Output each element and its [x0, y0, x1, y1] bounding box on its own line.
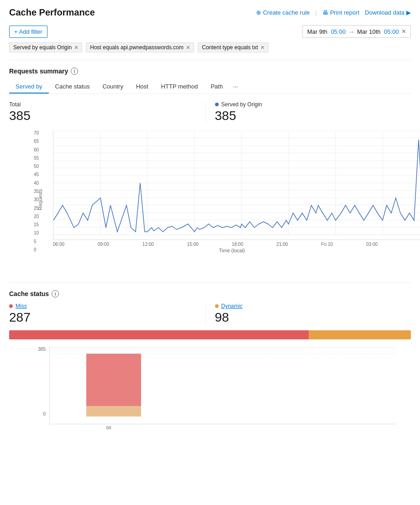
miss-stat: Miss 287: [9, 303, 205, 325]
date-to: Mar 10th 05:00: [357, 28, 399, 35]
requests-line-chart: [53, 130, 420, 240]
filter-tag-remove-button[interactable]: ×: [186, 44, 190, 51]
cache-stacked-bar: [9, 330, 411, 339]
filter-tag-remove-button[interactable]: ×: [261, 44, 264, 51]
cache-bar-chart-wrapper: 0 385 txt: [27, 347, 411, 430]
date-arrow-icon: →: [348, 28, 354, 35]
tab-path[interactable]: Path: [204, 80, 229, 94]
date-from: Mar 9th 05:00: [307, 28, 346, 35]
cache-stats-row: Miss 287 Dynamic 98: [9, 303, 411, 325]
filter-tag-host: Host equals api.pwnedpasswords.com ×: [86, 42, 194, 52]
filter-tag-served-by: Served by equals Origin ×: [9, 42, 82, 52]
tab-host[interactable]: Host: [130, 80, 155, 94]
download-data-link[interactable]: Download data ▶: [365, 9, 411, 16]
x-axis-labels: 06:00 09:00 12:00 15:00 18:00 21:00 Fri …: [53, 240, 411, 247]
filter-left: + Add filter: [9, 26, 47, 38]
cache-status-divider: [9, 282, 411, 283]
miss-value: 287: [9, 310, 196, 325]
page-header: Cache Performance ⊕ Create cache rule | …: [9, 7, 411, 18]
series-stat: Served by Origin 385: [205, 101, 411, 123]
requests-summary-title: Requests summary i: [9, 68, 411, 75]
dynamic-label: Dynamic: [215, 303, 402, 309]
filter-tag-remove-button[interactable]: ×: [74, 44, 78, 51]
miss-bar: [86, 354, 141, 406]
date-range-picker[interactable]: Mar 9th 05:00 → Mar 10th 05:00 ×: [302, 25, 411, 38]
requests-chart-wrapper: Requests 0 5 10 15 20 25 30 35 40 45: [31, 130, 411, 271]
tab-country[interactable]: Country: [96, 80, 130, 94]
dynamic-bar: [86, 406, 141, 416]
requests-summary-tabs: Served by Cache status Country Host HTTP…: [9, 80, 411, 94]
tab-more-icon[interactable]: ···: [229, 80, 242, 94]
filter-tag-text: Content type equals txt: [202, 44, 258, 51]
date-range-close-button[interactable]: ×: [402, 27, 406, 36]
x-axis-title: Time (local): [53, 248, 411, 253]
print-icon: 🖶: [322, 9, 328, 16]
tab-served-by[interactable]: Served by: [9, 80, 49, 94]
miss-dot: [9, 304, 13, 308]
section-divider: [9, 60, 411, 60]
cache-bar-chart: [49, 347, 396, 424]
miss-bar-segment: [9, 330, 309, 339]
miss-label: Miss: [9, 303, 196, 309]
total-stat: Total 385: [9, 101, 205, 123]
print-report-link[interactable]: 🖶 Print report: [322, 9, 359, 16]
requests-summary-info-icon[interactable]: i: [71, 68, 78, 75]
dynamic-value: 98: [215, 310, 402, 325]
dynamic-bar-segment: [309, 330, 411, 339]
page-title: Cache Performance: [9, 7, 95, 18]
add-filter-button[interactable]: + Add filter: [9, 26, 47, 38]
dynamic-stat: Dynamic 98: [205, 303, 411, 325]
filter-tag-text: Host equals api.pwnedpasswords.com: [90, 44, 184, 51]
dynamic-dot: [215, 304, 219, 308]
add-filter-label: + Add filter: [14, 28, 42, 35]
header-actions: ⊕ Create cache rule | 🖶 Print report Dow…: [256, 9, 411, 16]
miss-link[interactable]: Miss: [16, 303, 27, 309]
tab-http-method[interactable]: HTTP method: [155, 80, 205, 94]
dynamic-link[interactable]: Dynamic: [221, 303, 243, 309]
total-value: 385: [9, 109, 196, 123]
chevron-right-icon: ▶: [406, 9, 411, 16]
filter-bar: + Add filter Mar 9th 05:00 → Mar 10th 05…: [9, 25, 411, 38]
filter-tag-content-type: Content type equals txt ×: [198, 42, 268, 52]
stats-row: Total 385 Served by Origin 385: [9, 101, 411, 123]
total-label: Total: [9, 101, 196, 108]
bar-chart-x-label: txt: [49, 425, 411, 430]
series-value: 385: [215, 109, 402, 123]
cache-status-info-icon[interactable]: i: [52, 290, 59, 297]
filter-tags: Served by equals Origin × Host equals ap…: [9, 42, 411, 52]
plus-icon: ⊕: [256, 9, 261, 16]
cache-status-title: Cache status i: [9, 290, 411, 297]
cache-status-section: Cache status i Miss 287 Dynamic 98: [9, 290, 411, 430]
filter-tag-text: Served by equals Origin: [13, 44, 72, 51]
requests-summary-section: Requests summary i Served by Cache statu…: [9, 68, 411, 271]
series-label: Served by Origin: [215, 101, 402, 108]
series-dot: [215, 103, 219, 106]
create-cache-rule-link[interactable]: ⊕ Create cache rule: [256, 9, 310, 16]
tab-cache-status[interactable]: Cache status: [49, 80, 96, 94]
